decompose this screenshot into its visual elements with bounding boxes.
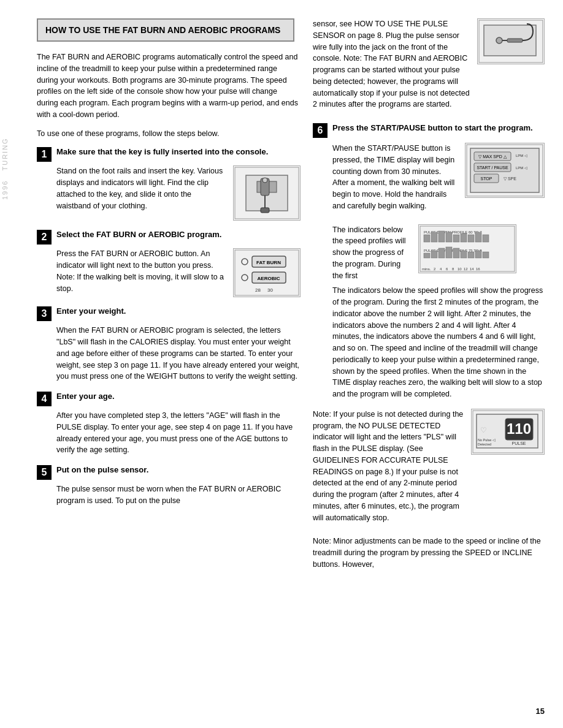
svg-rect-49 (461, 251, 467, 258)
svg-rect-41 (475, 232, 481, 242)
svg-rect-44 (424, 253, 430, 258)
fig-no-pulse-display: ♡ No Pulse ◁ Detected 110 PULSE (471, 409, 545, 455)
key-svg (234, 166, 300, 220)
watermark: 1996 TURING (1, 137, 9, 200)
step-6: 6 Press the START/PAUSE button to start … (313, 123, 545, 400)
svg-rect-38 (453, 235, 459, 242)
start-pause-svg: ▽ MAX SPD △ LPM ◁ START / PAUSE LPM ◁ ST… (465, 143, 544, 197)
svg-text:No Pulse ◁: No Pulse ◁ (478, 438, 496, 442)
step-4-number: 4 (37, 392, 52, 406)
fig-start-pause-buttons: ▽ MAX SPD △ LPM ◁ START / PAUSE LPM ◁ ST… (465, 143, 545, 198)
svg-text:16: 16 (476, 267, 480, 271)
note-1-section: Note: If your pulse is not detected duri… (313, 409, 545, 530)
profile-svg: PULSE DRIVEN PROFILE 60 TO 7 (419, 225, 516, 273)
page-number: 15 (536, 707, 545, 716)
content-columns: HOW TO USE THE FAT BURN AND AEROBIC PROG… (37, 18, 545, 577)
left-column: HOW TO USE THE FAT BURN AND AEROBIC PROG… (37, 18, 301, 577)
pulse-jack-svg (478, 19, 544, 64)
step-5: 5 Put on the pulse sensor. The pulse sen… (37, 464, 301, 507)
svg-rect-48 (453, 248, 459, 258)
svg-rect-42 (483, 235, 489, 242)
step-3-body: When the FAT BURN or AEROBIC program is … (56, 325, 301, 382)
svg-text:AEROBIC: AEROBIC (258, 276, 280, 281)
step-2-number: 2 (37, 230, 52, 245)
svg-text:LPM ◁: LPM ◁ (516, 154, 527, 157)
svg-rect-19 (507, 39, 523, 42)
step-6-profile-section: The indicators below the speed profiles … (332, 224, 545, 400)
svg-text:STOP: STOP (481, 176, 492, 181)
svg-text:12: 12 (464, 267, 468, 271)
svg-rect-36 (439, 231, 445, 242)
svg-text:14: 14 (470, 267, 474, 271)
step-2-text: Press the FAT BURN or AEROBIC button. An… (56, 248, 227, 294)
svg-text:PULSE: PULSE (512, 441, 526, 446)
svg-text:mins.: mins. (422, 267, 431, 271)
svg-text:START / PAUSE: START / PAUSE (477, 165, 508, 170)
buttons-svg: FAT BURN AEROBIC 28 30 (234, 249, 300, 297)
right-column: sensor, see HOW TO USE THE PULSE SENSOR … (313, 18, 545, 577)
watermark-brand: TURING (1, 137, 9, 170)
step-3-title: Enter your weight. (56, 306, 126, 317)
svg-point-18 (496, 37, 502, 44)
step-5-body: The pulse sensor must be worn when the F… (56, 483, 301, 507)
svg-rect-52 (483, 252, 489, 258)
step-1-text: Stand on the foot rails and insert the k… (56, 165, 227, 211)
step-2-body: Press the FAT BURN or AEROBIC button. An… (56, 248, 301, 297)
step-4-header: 4 Enter your age. (37, 391, 301, 406)
svg-text:▽ MAX SPD △: ▽ MAX SPD △ (478, 154, 507, 159)
step-3-number: 3 (37, 306, 52, 321)
step-6-text-1: When the START/PAUSE button is pressed, … (332, 143, 459, 212)
svg-rect-50 (468, 252, 474, 258)
step-4-title: Enter your age. (56, 391, 115, 402)
step-6-title: Press the START/PAUSE button to start th… (332, 123, 533, 134)
step-2-title: Select the FAT BURN or AEROBIC program. (56, 229, 221, 240)
page-title: HOW TO USE THE FAT BURN AND AEROBIC PROG… (45, 25, 286, 36)
step-1-header: 1 Make sure that the key is fully insert… (37, 146, 301, 162)
svg-text:Detected: Detected (478, 442, 491, 446)
svg-text:FAT BURN: FAT BURN (256, 260, 281, 265)
step-3-header: 3 Enter your weight. (37, 306, 301, 321)
step-1-body: Stand on the foot rails and insert the k… (56, 165, 301, 221)
svg-text:♡: ♡ (480, 426, 487, 434)
step-5-number: 5 (37, 465, 52, 480)
svg-rect-47 (446, 247, 452, 258)
svg-rect-51 (475, 251, 481, 258)
intro-paragraph-1: The FAT BURN and AEROBIC programs automa… (37, 51, 301, 121)
svg-rect-35 (431, 232, 437, 242)
step-4-body: After you have completed step 3, the let… (56, 410, 301, 456)
svg-text:LPM ◁: LPM ◁ (516, 166, 527, 170)
svg-rect-45 (431, 251, 437, 258)
step-2-content: Press the FAT BURN or AEROBIC button. An… (56, 248, 301, 297)
step-6-content-1: When the START/PAUSE button is pressed, … (332, 143, 545, 218)
step-1-number: 1 (37, 147, 52, 162)
step-3: 3 Enter your weight. When the FAT BURN o… (37, 306, 301, 382)
svg-text:10: 10 (458, 267, 462, 271)
note-1-text: Note: If your pulse is not detected duri… (313, 409, 465, 524)
svg-rect-34 (424, 235, 430, 242)
step-2-header: 2 Select the FAT BURN or AEROBIC program… (37, 229, 301, 245)
right-top-section: sensor, see HOW TO USE THE PULSE SENSOR … (313, 18, 545, 116)
header-box: HOW TO USE THE FAT BURN AND AEROBIC PROG… (37, 18, 294, 42)
fig-fat-burn-aerobic-buttons: FAT BURN AEROBIC 28 30 (233, 248, 301, 297)
intro-paragraph-2: To use one of these programs, follow the… (37, 128, 301, 140)
step-5-header: 5 Put on the pulse sensor. (37, 464, 301, 480)
svg-rect-6 (261, 208, 269, 213)
step-1-title: Make sure that the key is fully inserted… (56, 146, 268, 157)
page: 1996 TURING HOW TO USE THE FAT BURN AND … (0, 0, 563, 728)
note-2-text: Note: Minor adjustments can be made to t… (313, 536, 545, 570)
step-6-text-2: The indicators below the speed profiles … (332, 285, 545, 400)
step-4: 4 Enter your age. After you have complet… (37, 391, 301, 456)
watermark-year: 1996 (1, 180, 9, 200)
svg-rect-40 (468, 235, 474, 242)
svg-text:30: 30 (267, 287, 273, 293)
right-top-text: sensor, see HOW TO USE THE PULSE SENSOR … (313, 18, 471, 110)
step-1-content: Stand on the foot rails and insert the k… (56, 165, 301, 221)
step-6-number: 6 (313, 123, 327, 138)
step-6-text-left: The indicators below the speed profiles … (332, 224, 412, 282)
svg-text:▽ SPE: ▽ SPE (504, 176, 516, 181)
svg-point-4 (262, 178, 267, 183)
svg-rect-46 (439, 248, 445, 258)
fig-speed-profile: PULSE DRIVEN PROFILE 60 TO 7 (418, 224, 516, 273)
fig-pulse-jack (477, 18, 545, 64)
step-6-content-2: The indicators below the speed profiles … (332, 224, 545, 282)
